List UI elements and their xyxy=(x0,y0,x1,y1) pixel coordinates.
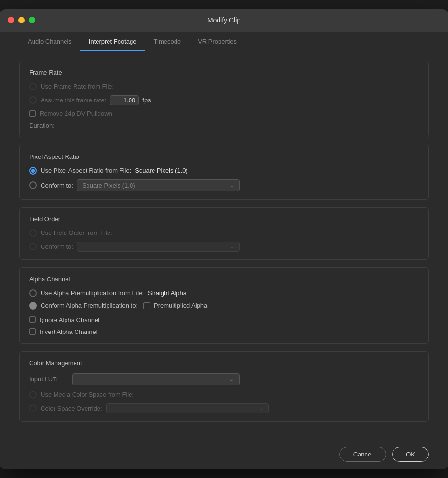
assume-frame-rate-row: Assume this frame rate: fps xyxy=(29,95,419,105)
conform-alpha-premultiplication-label: Conform Alpha Premultiplication to: xyxy=(41,302,138,309)
tab-timecode[interactable]: Timecode xyxy=(145,32,190,51)
cancel-button[interactable]: Cancel xyxy=(339,447,386,462)
ignore-alpha-label: Ignore Alpha Channel xyxy=(40,316,99,323)
conform-pixel-aspect-radio[interactable] xyxy=(29,181,37,189)
input-lut-label: Input LUT: xyxy=(29,376,67,383)
chevron-down-icon xyxy=(229,376,234,383)
use-media-color-space-row: Use Media Color Space from File: xyxy=(29,391,419,399)
main-content: Frame Rate Use Frame Rate from File: Ass… xyxy=(0,51,448,439)
ok-button[interactable]: OK xyxy=(392,447,429,462)
use-field-order-from-file-label: Use Field Order from File: xyxy=(41,229,112,236)
use-alpha-premultiplication-row: Use Alpha Premultiplication from File: S… xyxy=(29,289,419,297)
conform-field-order-row: Conform to: xyxy=(29,242,419,252)
maximize-button[interactable] xyxy=(29,17,35,23)
color-space-override-radio[interactable] xyxy=(29,404,37,412)
conform-field-order-radio[interactable] xyxy=(29,243,37,250)
conform-pixel-aspect-select[interactable]: Square Pixels (1.0) xyxy=(77,179,240,191)
use-field-order-from-file-radio[interactable] xyxy=(29,229,37,237)
conform-pixel-aspect-label: Conform to: xyxy=(41,182,73,189)
frame-rate-title: Frame Rate xyxy=(29,69,419,76)
duration-row: Duration: xyxy=(29,122,419,129)
window-controls xyxy=(8,17,35,23)
use-pixel-aspect-from-file-row: Use Pixel Aspect Ratio from File: Square… xyxy=(29,167,419,175)
use-pixel-aspect-from-file-radio[interactable] xyxy=(29,167,37,175)
color-management-section: Color Management Input LUT: Use Media Co… xyxy=(19,351,429,422)
dialog-footer: Cancel OK xyxy=(0,439,448,469)
assume-frame-rate-radio[interactable] xyxy=(29,96,37,104)
use-alpha-premultiplication-radio[interactable] xyxy=(29,289,37,297)
alpha-premultiplication-value: Straight Alpha xyxy=(148,289,186,297)
alpha-channel-title: Alpha Channel xyxy=(29,276,419,283)
use-alpha-premultiplication-label: Use Alpha Premultiplication from File: xyxy=(41,289,144,297)
conform-alpha-premultiplication-row: Conform Alpha Premultiplication to: Prem… xyxy=(29,302,419,310)
tab-bar: Audio Channels Interpret Footage Timecod… xyxy=(0,32,448,51)
premultiplied-alpha-label: Premultiplied Alpha xyxy=(154,302,207,309)
premultiplied-alpha-checkbox[interactable] xyxy=(143,302,150,309)
dialog-title: Modify Clip xyxy=(208,16,240,24)
invert-alpha-channel-row: Invert Alpha Channel xyxy=(29,328,419,335)
use-media-color-space-radio[interactable] xyxy=(29,391,37,399)
pixel-aspect-from-file-value: Square Pixels (1.0) xyxy=(135,167,188,174)
field-order-title: Field Order xyxy=(29,215,419,222)
chevron-down-icon xyxy=(260,406,263,411)
ignore-alpha-channel-row: Ignore Alpha Channel xyxy=(29,316,419,323)
alpha-channel-section: Alpha Channel Use Alpha Premultiplicatio… xyxy=(19,267,429,344)
invert-alpha-checkbox[interactable] xyxy=(29,328,36,335)
use-pixel-aspect-from-file-label: Use Pixel Aspect Ratio from File: xyxy=(41,167,131,174)
ignore-alpha-checkbox[interactable] xyxy=(29,316,36,323)
duration-label: Duration: xyxy=(29,122,55,129)
tab-interpret-footage[interactable]: Interpret Footage xyxy=(80,32,145,51)
field-order-section: Field Order Use Field Order from File: C… xyxy=(19,207,429,260)
color-space-override-row: Color Space Override: xyxy=(29,403,419,413)
use-media-color-space-label: Use Media Color Space from File: xyxy=(41,391,134,398)
remove-pulldown-checkbox[interactable] xyxy=(29,110,36,117)
conform-field-order-label: Conform to: xyxy=(41,243,73,250)
conform-alpha-premultiplication-radio[interactable] xyxy=(29,302,37,310)
remove-pulldown-label: Remove 24p DV Pulldown xyxy=(40,110,112,117)
tab-audio-channels[interactable]: Audio Channels xyxy=(19,32,80,51)
tab-vr-properties[interactable]: VR Properties xyxy=(189,32,245,51)
input-lut-select[interactable] xyxy=(72,373,240,385)
modify-clip-dialog: Modify Clip Audio Channels Interpret Foo… xyxy=(0,9,448,469)
color-space-override-label: Color Space Override: xyxy=(41,405,102,412)
conform-field-order-select[interactable] xyxy=(77,242,240,252)
use-field-order-from-file-row: Use Field Order from File: xyxy=(29,229,419,237)
assume-frame-rate-label: Assume this frame rate: xyxy=(41,97,106,104)
color-space-override-select[interactable] xyxy=(106,403,269,413)
fps-label: fps xyxy=(142,97,151,104)
pixel-aspect-ratio-title: Pixel Aspect Ratio xyxy=(29,153,419,160)
use-frame-rate-from-file-label: Use Frame Rate from File: xyxy=(41,83,114,90)
chevron-down-icon xyxy=(230,183,234,188)
input-lut-row: Input LUT: xyxy=(29,373,419,385)
pixel-aspect-ratio-section: Pixel Aspect Ratio Use Pixel Aspect Rati… xyxy=(19,145,429,200)
remove-pulldown-row: Remove 24p DV Pulldown xyxy=(29,110,419,117)
close-button[interactable] xyxy=(8,17,14,23)
frame-rate-input[interactable] xyxy=(110,95,139,105)
color-management-title: Color Management xyxy=(29,359,419,367)
frame-rate-section: Frame Rate Use Frame Rate from File: Ass… xyxy=(19,61,429,137)
conform-pixel-aspect-row: Conform to: Square Pixels (1.0) xyxy=(29,179,419,191)
chevron-down-icon xyxy=(230,244,234,249)
use-frame-rate-from-file-row: Use Frame Rate from File: xyxy=(29,83,419,90)
minimize-button[interactable] xyxy=(18,17,25,23)
title-bar: Modify Clip xyxy=(0,9,448,32)
use-frame-rate-from-file-radio[interactable] xyxy=(29,83,37,90)
invert-alpha-label: Invert Alpha Channel xyxy=(40,328,98,335)
